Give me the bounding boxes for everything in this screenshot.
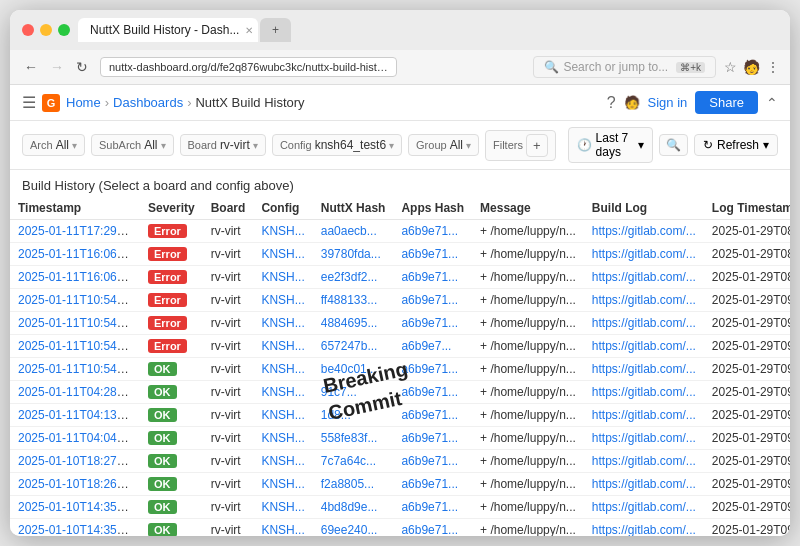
back-button[interactable]: ← xyxy=(20,57,42,77)
add-filter-icon[interactable]: + xyxy=(526,134,548,157)
browser-tab-new[interactable]: + xyxy=(260,18,291,42)
url-bar[interactable]: nuttx-dashboard.org/d/fe2q876wubc3kc/nut… xyxy=(100,57,397,77)
filter-arch[interactable]: Arch All ▾ xyxy=(22,134,85,156)
config-link[interactable]: KNSH... xyxy=(261,316,304,330)
refresh-button[interactable]: ↻ Refresh ▾ xyxy=(694,134,778,156)
build-log-link[interactable]: https://gitlab.com/... xyxy=(592,293,696,307)
filter-filters[interactable]: Filters + xyxy=(485,130,556,161)
breadcrumb-home[interactable]: Home xyxy=(66,95,101,110)
apps-hash-link[interactable]: a6b9e71... xyxy=(401,270,458,284)
timestamp-link[interactable]: 2025-01-11T10:54:36 xyxy=(18,316,133,330)
timestamp-link[interactable]: 2025-01-11T04:28:30 xyxy=(18,385,133,399)
apps-hash-link[interactable]: a6b9e71... xyxy=(401,293,458,307)
config-link[interactable]: KNSH... xyxy=(261,431,304,445)
build-log-link[interactable]: https://gitlab.com/... xyxy=(592,408,696,422)
build-log-link[interactable]: https://gitlab.com/... xyxy=(592,339,696,353)
share-button[interactable]: Share xyxy=(695,91,758,114)
timestamp-link[interactable]: 2025-01-11T17:29:14 xyxy=(18,224,133,238)
timestamp-link[interactable]: 2025-01-10T14:35:14 xyxy=(18,500,133,514)
build-log-link[interactable]: https://gitlab.com/... xyxy=(592,500,696,514)
timestamp-link[interactable]: 2025-01-11T04:13:10 xyxy=(18,408,133,422)
build-log-link[interactable]: https://gitlab.com/... xyxy=(592,247,696,261)
apps-hash-link[interactable]: a6b9e71... xyxy=(401,477,458,491)
bookmark-icon[interactable]: ☆ xyxy=(724,59,737,75)
breadcrumb-dashboards[interactable]: Dashboards xyxy=(113,95,183,110)
timestamp-link[interactable]: 2025-01-11T04:04:48 xyxy=(18,431,133,445)
build-log-link[interactable]: https://gitlab.com/... xyxy=(592,224,696,238)
apps-hash-link[interactable]: a6b9e71... xyxy=(401,523,458,536)
apps-hash-link[interactable]: a6b9e71... xyxy=(401,316,458,330)
apps-hash-link[interactable]: a6b9e71... xyxy=(401,431,458,445)
nuttx-hash-link[interactable]: be40c01... xyxy=(321,362,377,376)
apps-hash-link[interactable]: a6b9e71... xyxy=(401,385,458,399)
config-link[interactable]: KNSH... xyxy=(261,293,304,307)
sign-in-label[interactable]: Sign in xyxy=(648,95,688,110)
nuttx-hash-link[interactable]: 7c7a64c... xyxy=(321,454,376,468)
config-link[interactable]: KNSH... xyxy=(261,362,304,376)
profile-icon[interactable]: 🧑 xyxy=(743,59,760,75)
global-search[interactable]: 🔍 Search or jump to... ⌘+k xyxy=(533,56,716,78)
apps-hash-link[interactable]: a6b9e71... xyxy=(401,454,458,468)
config-link[interactable]: KNSH... xyxy=(261,385,304,399)
nuttx-hash-link[interactable]: ff488133... xyxy=(321,293,378,307)
tab-close-icon[interactable]: ✕ xyxy=(245,25,253,36)
config-link[interactable]: KNSH... xyxy=(261,500,304,514)
build-log-link[interactable]: https://gitlab.com/... xyxy=(592,316,696,330)
build-log-link[interactable]: https://gitlab.com/... xyxy=(592,477,696,491)
zoom-out-button[interactable]: 🔍 xyxy=(659,134,688,156)
config-link[interactable]: KNSH... xyxy=(261,224,304,238)
help-icon[interactable]: ? xyxy=(607,94,616,112)
nuttx-hash-link[interactable]: 4bd8d9e... xyxy=(321,500,378,514)
nuttx-hash-link[interactable]: 69ee240... xyxy=(321,523,378,536)
user-icon[interactable]: 🧑 xyxy=(624,95,640,110)
filter-subarch[interactable]: SubArch All ▾ xyxy=(91,134,174,156)
apps-hash-link[interactable]: a6b9e71... xyxy=(401,224,458,238)
config-link[interactable]: KNSH... xyxy=(261,523,304,536)
collapse-icon[interactable]: ⌃ xyxy=(766,95,778,111)
more-icon[interactable]: ⋮ xyxy=(766,59,780,75)
timestamp-link[interactable]: 2025-01-11T16:06:12 xyxy=(18,247,133,261)
build-log-link[interactable]: https://gitlab.com/... xyxy=(592,454,696,468)
nuttx-hash-link[interactable]: ee2f3df2... xyxy=(321,270,378,284)
apps-hash-link[interactable]: a6b9e71... xyxy=(401,408,458,422)
browser-tab-active[interactable]: NuttX Build History - Dash... ✕ xyxy=(78,18,258,42)
filter-config[interactable]: Config knsh64_test6 ▾ xyxy=(272,134,402,156)
config-link[interactable]: KNSH... xyxy=(261,247,304,261)
nuttx-hash-link[interactable]: 39780fda... xyxy=(321,247,381,261)
config-link[interactable]: KNSH... xyxy=(261,477,304,491)
timestamp-link[interactable]: 2025-01-10T14:35:14 xyxy=(18,523,133,536)
timestamp-link[interactable]: 2025-01-11T10:54:36 xyxy=(18,339,133,353)
config-link[interactable]: KNSH... xyxy=(261,339,304,353)
nuttx-hash-link[interactable]: 558fe83f... xyxy=(321,431,378,445)
timestamp-link[interactable]: 2025-01-10T18:27:06 xyxy=(18,454,133,468)
timestamp-link[interactable]: 2025-01-11T10:54:36 xyxy=(18,293,133,307)
forward-button[interactable]: → xyxy=(46,57,68,77)
nuttx-hash-link[interactable]: aa0aecb... xyxy=(321,224,377,238)
build-log-link[interactable]: https://gitlab.com/... xyxy=(592,523,696,536)
maximize-button[interactable] xyxy=(58,24,70,36)
build-log-link[interactable]: https://gitlab.com/... xyxy=(592,431,696,445)
filter-board[interactable]: Board rv-virt ▾ xyxy=(180,134,266,156)
config-link[interactable]: KNSH... xyxy=(261,270,304,284)
timestamp-link[interactable]: 2025-01-10T18:26:39 xyxy=(18,477,133,491)
close-button[interactable] xyxy=(22,24,34,36)
timestamp-link[interactable]: 2025-01-11T10:54:36 xyxy=(18,362,133,376)
build-log-link[interactable]: https://gitlab.com/... xyxy=(592,270,696,284)
apps-hash-link[interactable]: a6b9e71... xyxy=(401,247,458,261)
filter-group[interactable]: Group All ▾ xyxy=(408,134,479,156)
config-link[interactable]: KNSH... xyxy=(261,454,304,468)
build-log-link[interactable]: https://gitlab.com/... xyxy=(592,385,696,399)
time-range-picker[interactable]: 🕐 Last 7 days ▾ xyxy=(568,127,653,163)
apps-hash-link[interactable]: a6b9e71... xyxy=(401,362,458,376)
minimize-button[interactable] xyxy=(40,24,52,36)
nuttx-hash-link[interactable]: 4884695... xyxy=(321,316,378,330)
nuttx-hash-link[interactable]: 91c7... xyxy=(321,385,357,399)
menu-icon[interactable]: ☰ xyxy=(22,93,36,112)
reload-button[interactable]: ↻ xyxy=(72,57,92,77)
config-link[interactable]: KNSH... xyxy=(261,408,304,422)
timestamp-link[interactable]: 2025-01-11T16:06:12 xyxy=(18,270,133,284)
nuttx-hash-link[interactable]: 657247b... xyxy=(321,339,378,353)
col-log-timestamp[interactable]: Log Timestamp ↑ xyxy=(704,197,790,220)
apps-hash-link[interactable]: a6b9e71... xyxy=(401,500,458,514)
nuttx-hash-link[interactable]: 1d8... xyxy=(321,408,351,422)
